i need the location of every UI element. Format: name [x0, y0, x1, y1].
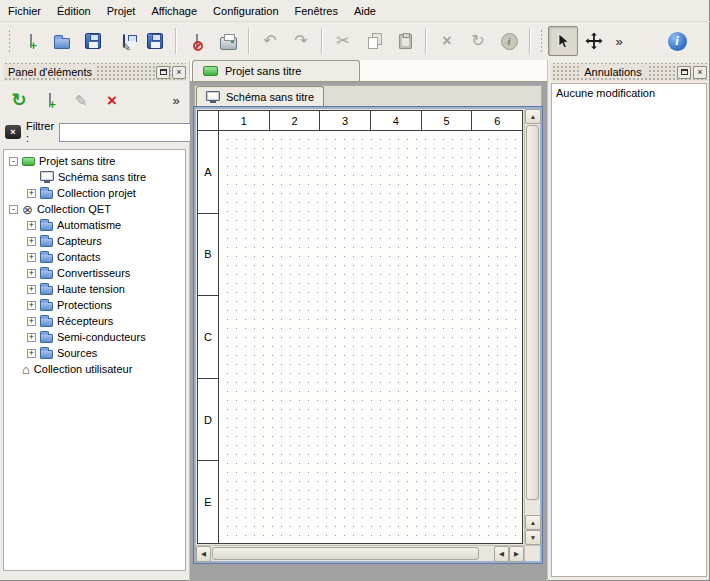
close-document-button[interactable] [182, 26, 212, 56]
delete-element-button[interactable]: × [98, 86, 126, 114]
tree-item-haute-tension[interactable]: + Haute tension [4, 281, 185, 297]
scroll-left-button-2[interactable]: ◀ [494, 546, 509, 562]
collapse-toggle-icon[interactable]: - [9, 157, 18, 166]
new-element-button[interactable]: + [36, 86, 64, 114]
expand-toggle-icon[interactable]: + [27, 269, 36, 278]
tree-item-schema[interactable]: Schéma sans titre [4, 169, 185, 185]
tree-item-collection-utilisateur[interactable]: ⌂ Collection utilisateur [4, 361, 185, 377]
filter-input[interactable] [59, 123, 209, 142]
about-button[interactable]: i [662, 26, 692, 56]
diagram-icon [40, 171, 54, 181]
save-button[interactable] [78, 26, 108, 56]
panel-overflow-button[interactable]: » [168, 86, 184, 114]
rotate-button[interactable]: ↻ [463, 26, 493, 56]
tree-item-project[interactable]: - Projet sans titre [4, 153, 185, 169]
print-button[interactable] [213, 26, 243, 56]
scroll-track[interactable] [525, 501, 540, 515]
toolbar-drag-handle[interactable] [539, 28, 544, 54]
toolbar-drag-handle[interactable] [7, 28, 12, 54]
tree-item-sources[interactable]: + Sources [4, 345, 185, 361]
tree-item-label: Contacts [57, 251, 100, 263]
toolbar-overflow-button[interactable]: » [610, 26, 628, 56]
tree-item-automatisme[interactable]: + Automatisme [4, 217, 185, 233]
chevron-right-icon: » [615, 34, 622, 49]
expand-toggle-icon[interactable]: + [27, 253, 36, 262]
menu-affichage[interactable]: Affichage [143, 1, 205, 21]
undo-history-list[interactable]: Aucune modification [551, 83, 707, 577]
tree-item-label: Projet sans titre [39, 155, 115, 167]
diagram-tab[interactable]: Schéma sans titre [196, 86, 324, 107]
delete-button[interactable]: × [432, 26, 462, 56]
tree-item-label: Collection projet [57, 187, 136, 199]
select-tool-button[interactable] [548, 26, 578, 56]
expand-toggle-icon[interactable]: + [27, 285, 36, 294]
move-tool-button[interactable] [579, 26, 609, 56]
expand-toggle-icon[interactable]: + [27, 349, 36, 358]
reload-collections-button[interactable]: ↻ [5, 86, 33, 114]
undo-panel: Annulations × Aucune modification [547, 60, 710, 581]
copy-button[interactable] [359, 26, 389, 56]
folder-icon [40, 222, 53, 231]
undo-button[interactable]: ↶ [255, 26, 285, 56]
scroll-up-button[interactable]: ▲ [525, 109, 541, 124]
scroll-track[interactable] [480, 546, 494, 561]
column-label: 6 [472, 111, 522, 130]
menu-edition[interactable]: Édition [49, 1, 99, 21]
tree-item-semi-conducteurs[interactable]: + Semi-conducteurs [4, 329, 185, 345]
elements-panel-header[interactable]: Panel d'éléments × [3, 63, 186, 81]
row-label: E [198, 461, 218, 543]
menu-configuration[interactable]: Configuration [205, 1, 286, 21]
expand-toggle-icon[interactable]: + [27, 317, 36, 326]
cut-button[interactable]: ✂ [328, 26, 358, 56]
menu-projet[interactable]: Projet [99, 1, 144, 21]
scroll-up-button-2[interactable]: ▲ [525, 515, 541, 530]
expand-toggle-icon[interactable]: + [27, 301, 36, 310]
new-document-button[interactable]: + [16, 26, 46, 56]
tree-item-capteurs[interactable]: + Capteurs [4, 233, 185, 249]
scroll-right-button[interactable]: ▶ [509, 546, 524, 562]
expand-toggle-icon[interactable]: + [27, 221, 36, 230]
expand-toggle-icon[interactable]: + [27, 237, 36, 246]
tree-item-contacts[interactable]: + Contacts [4, 249, 185, 265]
undo-panel-title: Annulations [579, 66, 647, 78]
expand-toggle-icon[interactable]: + [27, 189, 36, 198]
tree-item-collection-qet[interactable]: - ⊗ Collection QET [4, 201, 185, 217]
horizontal-scroll-thumb[interactable] [212, 547, 479, 560]
menu-fichier[interactable]: Fichier [2, 1, 49, 21]
project-tab[interactable]: Projet sans titre [192, 60, 360, 81]
tree-item-label: Récepteurs [57, 315, 113, 327]
undo-panel-header[interactable]: Annulations × [551, 63, 707, 81]
diagram-grid-canvas[interactable] [219, 131, 522, 543]
clear-filter-button[interactable]: × [5, 125, 21, 139]
vertical-scroll-thumb[interactable] [526, 125, 539, 500]
delete-element-icon: × [107, 92, 117, 109]
vertical-scrollbar[interactable]: ▲ ▲ ▼ [524, 109, 540, 545]
tree-item-convertisseurs[interactable]: + Convertisseurs [4, 265, 185, 281]
collapse-toggle-icon[interactable]: - [9, 205, 18, 214]
edit-element-button[interactable]: ✎ [67, 86, 95, 114]
scroll-left-button[interactable]: ◀ [196, 546, 211, 562]
tree-item-protections[interactable]: + Protections [4, 297, 185, 313]
tree-item-collection-projet[interactable]: + Collection projet [4, 185, 185, 201]
save-all-icon [147, 33, 163, 49]
open-folder-icon [54, 38, 70, 49]
save-as-button[interactable]: ✎ [109, 26, 139, 56]
menu-aide[interactable]: Aide [346, 1, 384, 21]
tree-item-recepteurs[interactable]: + Récepteurs [4, 313, 185, 329]
horizontal-scrollbar[interactable]: ◀ ◀ ▶ [196, 545, 524, 561]
close-panel-button[interactable]: × [693, 66, 707, 79]
diagram-info-button[interactable]: i [494, 26, 524, 56]
open-project-button[interactable] [47, 26, 77, 56]
redo-button[interactable]: ↷ [286, 26, 316, 56]
paste-button[interactable] [390, 26, 420, 56]
menu-fenetres[interactable]: Fenêtres [287, 1, 346, 21]
close-panel-button[interactable]: × [172, 66, 186, 79]
scroll-down-button[interactable]: ▼ [525, 530, 541, 545]
filter-row: × Filtrer : [0, 120, 189, 144]
save-all-button[interactable] [140, 26, 170, 56]
arrow-up-icon: ▲ [530, 519, 536, 526]
float-panel-button[interactable] [677, 66, 691, 79]
row-header: A B C D E [198, 131, 219, 543]
expand-toggle-icon[interactable]: + [27, 333, 36, 342]
float-panel-button[interactable] [156, 66, 170, 79]
